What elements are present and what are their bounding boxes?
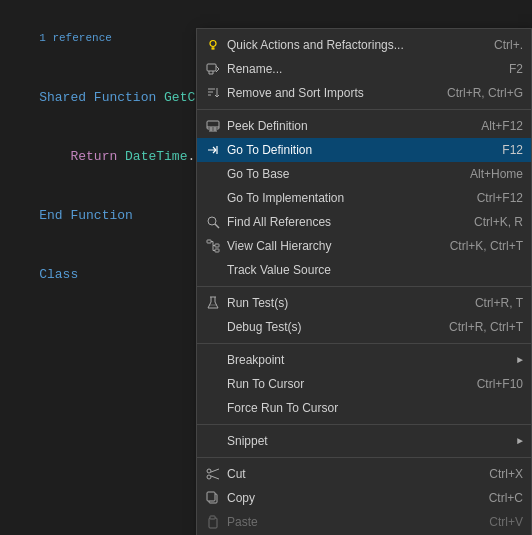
remove-sort-label: Remove and Sort Imports xyxy=(227,86,431,100)
menu-item-paste[interactable]: Paste Ctrl+V xyxy=(197,510,531,534)
go-to-implementation-icon xyxy=(203,190,223,206)
svg-line-18 xyxy=(215,224,219,228)
cut-shortcut: Ctrl+X xyxy=(489,467,523,481)
menu-item-go-to-base[interactable]: Go To Base Alt+Home xyxy=(197,162,531,186)
menu-item-breakpoint[interactable]: Breakpoint ► xyxy=(197,348,531,372)
go-to-base-label: Go To Base xyxy=(227,167,454,181)
force-run-label: Force Run To Cursor xyxy=(227,401,507,415)
separator-5 xyxy=(197,457,531,458)
go-to-definition-label: Go To Definition xyxy=(227,143,486,157)
lightbulb-icon xyxy=(203,37,223,53)
paste-shortcut: Ctrl+V xyxy=(489,515,523,529)
svg-rect-19 xyxy=(207,240,211,243)
menu-item-view-call-hierarchy[interactable]: View Call Hierarchy Ctrl+K, Ctrl+T xyxy=(197,234,531,258)
menu-item-force-run[interactable]: Force Run To Cursor xyxy=(197,396,531,420)
paste-label: Paste xyxy=(227,515,473,529)
peek-definition-shortcut: Alt+F12 xyxy=(481,119,523,133)
svg-rect-20 xyxy=(215,244,219,247)
run-tests-shortcut: Ctrl+R, T xyxy=(475,296,523,310)
separator-3 xyxy=(197,343,531,344)
snippet-label: Snippet xyxy=(227,434,497,448)
run-to-cursor-shortcut: Ctrl+F10 xyxy=(477,377,523,391)
find-all-references-label: Find All References xyxy=(227,215,458,229)
reference-hint: 1 reference xyxy=(39,32,112,44)
breakpoint-icon xyxy=(203,352,223,368)
quick-actions-shortcut: Ctrl+. xyxy=(494,38,523,52)
beaker-icon xyxy=(203,295,223,311)
svg-rect-28 xyxy=(207,492,215,501)
svg-point-24 xyxy=(207,475,211,479)
cut-label: Cut xyxy=(227,467,473,481)
track-value-icon xyxy=(203,262,223,278)
view-call-hierarchy-label: View Call Hierarchy xyxy=(227,239,434,253)
go-to-definition-shortcut: F12 xyxy=(502,143,523,157)
force-run-icon xyxy=(203,400,223,416)
quick-actions-label: Quick Actions and Refactorings... xyxy=(227,38,478,52)
snippet-icon xyxy=(203,433,223,449)
menu-item-rename[interactable]: Rename... F2 xyxy=(197,57,531,81)
menu-item-go-to-implementation[interactable]: Go To Implementation Ctrl+F12 xyxy=(197,186,531,210)
copy-label: Copy xyxy=(227,491,473,505)
run-to-cursor-icon xyxy=(203,376,223,392)
breakpoint-label: Breakpoint xyxy=(227,353,497,367)
keyword-shared: Shared xyxy=(39,90,94,105)
peek-definition-label: Peek Definition xyxy=(227,119,465,133)
menu-item-run-to-cursor[interactable]: Run To Cursor Ctrl+F10 xyxy=(197,372,531,396)
menu-item-run-tests[interactable]: Run Test(s) Ctrl+R, T xyxy=(197,291,531,315)
separator-4 xyxy=(197,424,531,425)
svg-point-23 xyxy=(207,469,211,473)
menu-item-snippet[interactable]: Snippet ► xyxy=(197,429,531,453)
menu-item-quick-actions[interactable]: Quick Actions and Refactorings... Ctrl+. xyxy=(197,33,531,57)
svg-rect-4 xyxy=(207,64,216,71)
separator-2 xyxy=(197,286,531,287)
keyword-end-function: End Function xyxy=(39,208,133,223)
paste-icon xyxy=(203,514,223,530)
menu-item-copy[interactable]: Copy Ctrl+C xyxy=(197,486,531,510)
menu-item-peek-definition[interactable]: Peek Definition Alt+F12 xyxy=(197,114,531,138)
copy-icon xyxy=(203,490,223,506)
go-to-base-icon xyxy=(203,166,223,182)
menu-item-debug-tests[interactable]: Debug Test(s) Ctrl+R, Ctrl+T xyxy=(197,315,531,339)
track-value-label: Track Value Source xyxy=(227,263,507,277)
debug-tests-shortcut: Ctrl+R, Ctrl+T xyxy=(449,320,523,334)
menu-item-remove-sort[interactable]: Remove and Sort Imports Ctrl+R, Ctrl+G xyxy=(197,81,531,105)
menu-item-track-value[interactable]: Track Value Source xyxy=(197,258,531,282)
context-menu: Quick Actions and Refactorings... Ctrl+.… xyxy=(196,28,532,535)
sort-icon xyxy=(203,85,223,101)
snippet-arrow: ► xyxy=(517,436,523,447)
svg-rect-21 xyxy=(215,249,219,252)
svg-point-17 xyxy=(208,217,216,225)
run-to-cursor-label: Run To Cursor xyxy=(227,377,461,391)
rename-label: Rename... xyxy=(227,62,493,76)
code-indent xyxy=(39,149,70,164)
view-call-hierarchy-shortcut: Ctrl+K, Ctrl+T xyxy=(450,239,523,253)
keyword-return: Return xyxy=(70,149,125,164)
keyword-class: Class xyxy=(39,267,78,282)
svg-point-0 xyxy=(210,41,216,47)
svg-line-26 xyxy=(211,476,219,479)
keyword-function: Function xyxy=(94,90,164,105)
separator-1 xyxy=(197,109,531,110)
go-to-implementation-shortcut: Ctrl+F12 xyxy=(477,191,523,205)
datetime-class: DateTime xyxy=(125,149,187,164)
svg-rect-30 xyxy=(210,516,215,519)
go-to-implementation-label: Go To Implementation xyxy=(227,191,461,205)
find-references-icon xyxy=(203,214,223,230)
menu-item-go-to-definition[interactable]: Go To Definition F12 xyxy=(197,138,531,162)
menu-item-find-all-references[interactable]: Find All References Ctrl+K, R xyxy=(197,210,531,234)
rename-icon xyxy=(203,61,223,77)
breakpoint-arrow: ► xyxy=(517,355,523,366)
peek-icon xyxy=(203,118,223,134)
debug-tests-label: Debug Test(s) xyxy=(227,320,433,334)
rename-shortcut: F2 xyxy=(509,62,523,76)
menu-item-cut[interactable]: Cut Ctrl+X xyxy=(197,462,531,486)
scissors-icon xyxy=(203,466,223,482)
go-to-definition-icon xyxy=(203,142,223,158)
remove-sort-shortcut: Ctrl+R, Ctrl+G xyxy=(447,86,523,100)
debug-tests-icon xyxy=(203,319,223,335)
svg-line-25 xyxy=(211,469,219,472)
go-to-base-shortcut: Alt+Home xyxy=(470,167,523,181)
call-hierarchy-icon xyxy=(203,238,223,254)
svg-rect-11 xyxy=(207,121,219,129)
run-tests-label: Run Test(s) xyxy=(227,296,459,310)
